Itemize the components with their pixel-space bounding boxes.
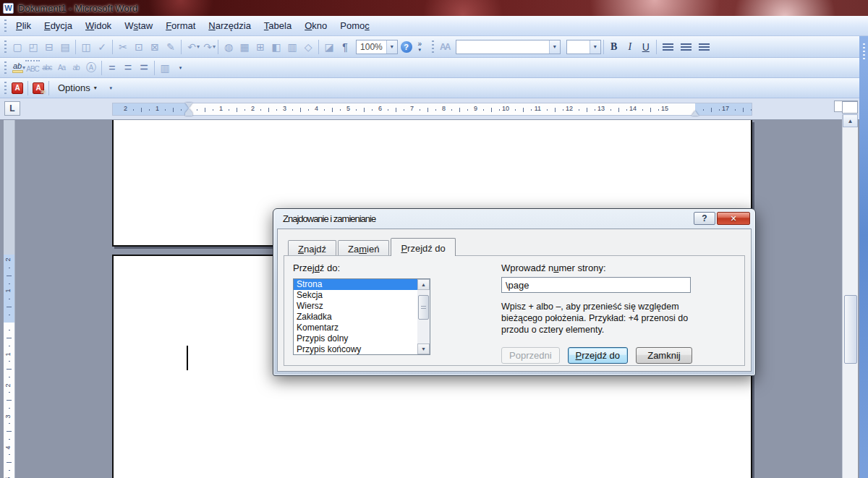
open-icon[interactable]: ◰ (25, 39, 41, 55)
toolbar-options-chevron[interactable]: ▾ (175, 59, 186, 77)
goto-target-listbox[interactable]: Strona Sekcja Wiersz Zakładka Komentarz … (293, 278, 430, 355)
toolbar-grip[interactable] (4, 61, 7, 74)
toolbar-options-chevron[interactable]: »▾ (414, 38, 425, 56)
listbox-scrollbar[interactable]: ▲ ▼ (417, 279, 430, 354)
italic-button[interactable]: I (622, 39, 638, 55)
redo-dropdown-icon[interactable]: ▾ (213, 43, 216, 50)
align-left-button[interactable] (663, 43, 673, 51)
scrollbar-thumb[interactable] (844, 295, 857, 364)
insert-table-icon[interactable]: ⊞ (252, 39, 268, 55)
print-preview-icon[interactable]: ◫ (78, 39, 94, 55)
ruler-cm-cell: 7 (380, 103, 412, 115)
scroll-up-icon[interactable]: ▲ (843, 114, 858, 127)
ruler-cm-cell: 4 (4, 416, 14, 447)
menu-format[interactable]: Format (159, 17, 202, 34)
spacing-double-icon[interactable]: = (136, 60, 152, 76)
ruler-cm-cell: 1 (4, 323, 14, 354)
spacing-single-icon[interactable]: = (104, 60, 120, 76)
dialog-close-button[interactable]: ✕ (717, 212, 750, 225)
first-line-indent-marker[interactable] (185, 103, 192, 108)
vertical-scrollbar[interactable]: ▲ (842, 114, 858, 478)
list-item-przypis-dolny[interactable]: Przypis dolny (294, 333, 430, 344)
toolbar-grip[interactable] (4, 40, 7, 54)
toolbar-separator (48, 81, 49, 95)
ruler-cm-cell: 1 (189, 103, 221, 115)
bold-button[interactable]: B (606, 39, 622, 55)
copy-icon[interactable]: ⊡ (131, 39, 147, 55)
font-name-dropdown-icon[interactable]: ▾ (549, 40, 560, 54)
convert-to-pdf-email-icon[interactable]: A ✉ (33, 82, 44, 94)
list-item-zakladka[interactable]: Zakładka (294, 312, 430, 323)
list-item-komentarz[interactable]: Komentarz (294, 323, 430, 333)
toolbar-grip[interactable] (4, 20, 7, 33)
spelling-grammar-icon[interactable]: ✓ (94, 39, 110, 55)
page-number-input[interactable] (501, 277, 691, 293)
scrollbar-thumb[interactable] (418, 295, 429, 320)
toolbar-grip[interactable] (4, 82, 7, 95)
zoom-dropdown-icon[interactable]: ▾ (386, 40, 397, 54)
list-item-sekcja[interactable]: Sekcja (294, 290, 430, 301)
list-item-wiersz[interactable]: Wiersz (294, 301, 430, 312)
new-document-icon[interactable]: ▢ (9, 39, 25, 55)
list-item-przypis-koncowy[interactable]: Przypis końcowy (294, 344, 430, 355)
word-app-icon: W (3, 3, 14, 14)
scroll-down-icon[interactable]: ▼ (417, 343, 430, 354)
menu-tabela[interactable]: Tabela (258, 17, 298, 34)
pdf-options-button[interactable]: Options ▾ (51, 80, 103, 95)
show-paragraph-marks-icon[interactable]: ¶ (337, 39, 353, 55)
toolbar-options-chevron[interactable]: ▾ (106, 80, 116, 97)
menu-pomoc[interactable]: Pomoc (333, 17, 375, 34)
menu-edycja[interactable]: Edycja (38, 17, 79, 34)
font-size-dropdown-icon[interactable]: ▾ (590, 40, 600, 54)
format-painter-icon[interactable]: ✎ (163, 39, 179, 55)
ruler-cm-cell: 10 (475, 103, 507, 115)
font-size-combo[interactable]: ▾ (566, 40, 601, 54)
ruler-cm-cell: 17 (695, 103, 727, 115)
tab-stop-selector[interactable]: L (4, 101, 20, 116)
columns-grid-icon[interactable]: ▥ (157, 60, 173, 76)
right-indent-marker[interactable] (692, 111, 699, 116)
align-center-button[interactable] (681, 43, 692, 51)
strikethrough-icon[interactable]: abc (40, 60, 54, 76)
goto-help-text: Wpisz + albo –, aby przenieść się względ… (501, 301, 708, 336)
align-right-button[interactable] (699, 43, 710, 51)
insert-hyperlink-icon[interactable]: ◍ (221, 39, 237, 55)
styles-and-formatting-icon[interactable]: AA (437, 39, 453, 55)
spacing-one-half-icon[interactable]: = (120, 60, 136, 76)
help-icon[interactable]: ? (401, 41, 412, 53)
insert-excel-worksheet-icon[interactable]: ◧ (268, 39, 284, 55)
convert-to-pdf-icon[interactable]: A (12, 82, 23, 94)
zoom-combo[interactable]: 100% ▾ (356, 40, 398, 54)
document-map-icon[interactable]: ◪ (321, 39, 337, 55)
toolbar-grip[interactable] (863, 43, 865, 61)
toolbar-separator (154, 61, 155, 75)
menu-widok[interactable]: Widok (79, 17, 118, 34)
drawing-icon[interactable]: ◇ (300, 39, 316, 55)
font-name-combo[interactable]: ▾ (456, 40, 561, 54)
goto-button[interactable]: Przejdź do (568, 347, 628, 364)
enclose-characters-icon[interactable]: Ⓐ (83, 60, 99, 76)
scroll-up-icon[interactable]: ▲ (417, 279, 430, 290)
save-icon[interactable]: ⊟ (41, 39, 57, 55)
menu-wstaw[interactable]: Wstaw (118, 17, 159, 34)
menu-okno[interactable]: Okno (298, 17, 333, 34)
hanging-indent-marker[interactable] (185, 108, 192, 116)
previous-button[interactable]: Poprzedni (501, 347, 560, 364)
dialog-help-button[interactable]: ? (694, 212, 715, 225)
paste-icon[interactable]: ⊠ (147, 39, 163, 55)
cut-icon[interactable]: ✂ (115, 39, 131, 55)
emphasis-dots-icon[interactable]: ABC (25, 60, 40, 76)
list-item-strona[interactable]: Strona (294, 279, 430, 290)
print-icon[interactable]: ▤ (57, 39, 73, 55)
combine-characters-icon[interactable]: ab (69, 60, 83, 76)
tables-and-borders-icon[interactable]: ▦ (237, 39, 252, 55)
columns-icon[interactable]: ▥ (284, 39, 300, 55)
character-scale-icon[interactable]: Aa (54, 60, 69, 76)
close-button[interactable]: Zamknij (636, 347, 692, 364)
ruler-cm-cell: 3 (252, 103, 284, 115)
underline-button[interactable]: U (638, 39, 654, 55)
menu-narzedzia[interactable]: Narzędzia (202, 17, 258, 34)
menu-plik[interactable]: Plik (9, 17, 38, 34)
toolbar-grip[interactable] (432, 40, 434, 54)
tab-przejdz-do[interactable]: Przejdź do (391, 238, 455, 256)
